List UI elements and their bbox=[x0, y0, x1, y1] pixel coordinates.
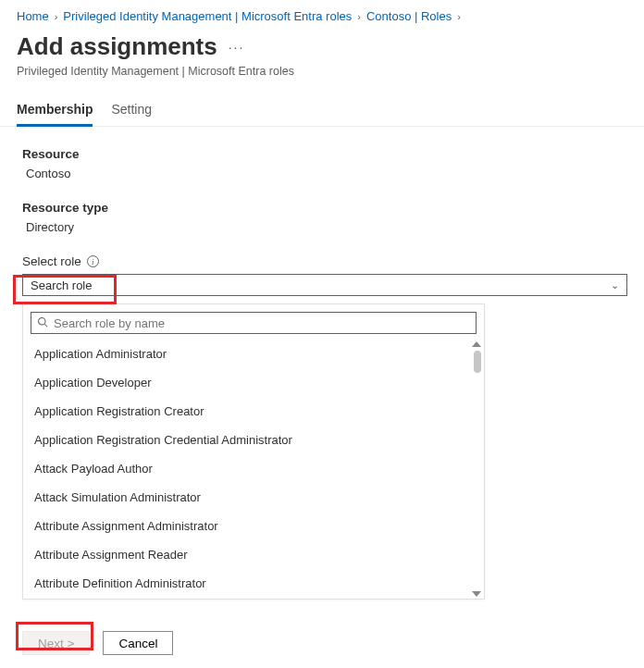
tab-membership[interactable]: Membership bbox=[17, 102, 93, 126]
role-search-input[interactable] bbox=[54, 316, 470, 330]
page-header: Add assignments ··· Privileged Identity … bbox=[0, 23, 644, 85]
role-combobox-text: Search role bbox=[31, 278, 92, 292]
cancel-button[interactable]: Cancel bbox=[103, 631, 173, 655]
field-resource: Resource Contoso bbox=[22, 147, 627, 180]
svg-line-1 bbox=[44, 324, 47, 327]
breadcrumb-link-home[interactable]: Home bbox=[17, 9, 49, 23]
role-option[interactable]: Application Registration Credential Admi… bbox=[23, 426, 484, 454]
more-icon[interactable]: ··· bbox=[229, 40, 245, 55]
resource-type-label: Resource type bbox=[22, 201, 627, 215]
chevron-right-icon: › bbox=[457, 11, 461, 22]
field-resource-type: Resource type Directory bbox=[22, 201, 627, 234]
resource-value: Contoso bbox=[26, 167, 627, 180]
breadcrumb-link-pim[interactable]: Privileged Identity Management | Microso… bbox=[63, 9, 352, 23]
resource-label: Resource bbox=[22, 147, 627, 161]
field-select-role: Select role i Search role ⌄ Application … bbox=[22, 254, 627, 600]
role-option[interactable]: Application Developer bbox=[23, 368, 484, 397]
scrollbar[interactable] bbox=[469, 340, 484, 599]
scroll-down-icon[interactable] bbox=[472, 591, 481, 597]
scroll-up-icon[interactable] bbox=[472, 341, 481, 347]
role-option[interactable]: Attack Simulation Administrator bbox=[23, 483, 484, 512]
select-role-label: Select role bbox=[22, 254, 81, 268]
breadcrumb: Home › Privileged Identity Management | … bbox=[0, 0, 644, 23]
role-option[interactable]: Application Registration Creator bbox=[23, 397, 484, 426]
info-icon[interactable]: i bbox=[87, 255, 99, 267]
page-title: Add assignments bbox=[17, 32, 217, 61]
svg-point-0 bbox=[39, 317, 46, 325]
role-option[interactable]: Attribute Assignment Reader bbox=[23, 540, 484, 569]
role-list: Application AdministratorApplication Dev… bbox=[23, 340, 484, 599]
form-pane: Resource Contoso Resource type Directory… bbox=[0, 127, 644, 600]
scroll-thumb[interactable] bbox=[474, 351, 481, 373]
role-combobox[interactable]: Search role ⌄ bbox=[22, 274, 627, 296]
role-dropdown: Application AdministratorApplication Dev… bbox=[22, 303, 485, 600]
footer: Next > Cancel bbox=[0, 618, 644, 668]
role-option[interactable]: Attribute Assignment Administrator bbox=[23, 512, 484, 540]
role-option[interactable]: Attack Payload Author bbox=[23, 454, 484, 483]
search-icon bbox=[37, 316, 48, 330]
tabs: Membership Setting bbox=[0, 85, 644, 127]
page-subtitle: Privileged Identity Management | Microso… bbox=[17, 65, 627, 78]
chevron-right-icon: › bbox=[357, 11, 361, 22]
role-option[interactable]: Attribute Definition Administrator bbox=[23, 569, 484, 598]
role-option[interactable]: Application Administrator bbox=[23, 340, 484, 368]
breadcrumb-link-contoso[interactable]: Contoso | Roles bbox=[366, 9, 452, 23]
tab-setting[interactable]: Setting bbox=[111, 102, 152, 126]
chevron-down-icon: ⌄ bbox=[611, 279, 619, 291]
next-button[interactable]: Next > bbox=[22, 631, 90, 655]
role-search-input-wrap[interactable] bbox=[31, 312, 477, 334]
chevron-right-icon: › bbox=[55, 11, 58, 22]
resource-type-value: Directory bbox=[26, 220, 627, 234]
